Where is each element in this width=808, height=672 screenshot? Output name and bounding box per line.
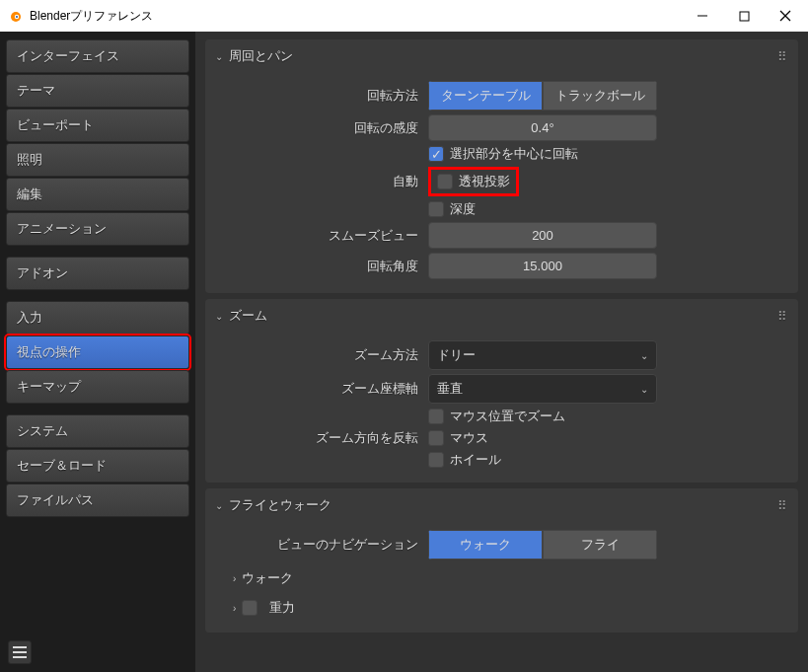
view-navigation-toggle[interactable]: ウォーク フライ: [428, 530, 657, 560]
minimize-button[interactable]: [688, 2, 717, 30]
rotate-sensitivity-label: 回転の感度: [215, 119, 428, 137]
panel-zoom: ⌄ ズーム ⠿ ズーム方法 ドリー ⌄ ズーム座標軸: [205, 299, 798, 483]
sidebar-item-input[interactable]: 入力: [6, 301, 189, 335]
zoom-axis-label: ズーム座標軸: [215, 380, 428, 398]
chevron-right-icon: ›: [233, 573, 236, 584]
sidebar-item-lighting[interactable]: 照明: [6, 143, 189, 177]
panel-fly-header[interactable]: ⌄ フライとウォーク ⠿: [205, 488, 798, 522]
sidebar-item-addons[interactable]: アドオン: [6, 257, 189, 290]
chevron-down-icon: ⌄: [215, 51, 223, 62]
panel-orbit-header[interactable]: ⌄ 周回とパン ⠿: [205, 39, 798, 73]
rotate-angle-label: 回転角度: [215, 258, 428, 275]
rotate-method-trackball[interactable]: トラックボール: [543, 81, 657, 111]
nav-walk-button[interactable]: ウォーク: [428, 530, 543, 560]
panel-title: 周回とパン: [229, 47, 293, 65]
sidebar-item-viewport[interactable]: ビューポート: [6, 109, 189, 142]
svg-rect-4: [740, 12, 749, 21]
rotate-method-turntable[interactable]: ターンテーブル: [428, 81, 543, 111]
rotate-sensitivity-field[interactable]: 0.4°: [428, 114, 657, 141]
smooth-view-field[interactable]: 200: [428, 222, 657, 249]
checkbox-icon: [428, 452, 444, 468]
sidebar-item-editing[interactable]: 編集: [6, 178, 189, 211]
zoom-method-select[interactable]: ドリー ⌄: [428, 340, 657, 370]
auto-perspective-checkbox[interactable]: 透視投影: [437, 173, 510, 190]
sidebar-item-filepath[interactable]: ファイルパス: [6, 484, 189, 517]
sidebar-item-navigate[interactable]: 視点の操作: [6, 336, 189, 369]
menu-button[interactable]: [8, 640, 32, 664]
close-button[interactable]: [771, 2, 800, 30]
checkbox-icon: [428, 409, 444, 424]
invert-wheel-label: ホイール: [450, 451, 501, 469]
chevron-down-icon: ⌄: [640, 384, 648, 395]
gravity-subpanel-title: 重力: [269, 599, 295, 617]
invert-mouse-label: マウス: [450, 429, 488, 447]
sidebar-item-interface[interactable]: インターフェイス: [6, 39, 189, 73]
zoom-mouse-pos-checkbox[interactable]: マウス位置でズーム: [428, 408, 565, 425]
sidebar-item-keymap[interactable]: キーマップ: [6, 370, 189, 404]
panel-fly-walk: ⌄ フライとウォーク ⠿ ビューのナビゲーション ウォーク フライ › ウ: [205, 488, 798, 633]
invert-mouse-checkbox[interactable]: マウス: [428, 429, 488, 447]
invert-wheel-checkbox[interactable]: ホイール: [428, 451, 501, 469]
sidebar-item-saveload[interactable]: セーブ＆ロード: [6, 449, 189, 483]
chevron-down-icon: ⌄: [215, 311, 223, 322]
zoom-method-label: ズーム方法: [215, 346, 428, 364]
drag-handle-icon[interactable]: ⠿: [777, 309, 788, 324]
checkbox-icon: [428, 430, 444, 446]
checkbox-icon: [428, 201, 444, 217]
chevron-down-icon: ⌄: [640, 350, 648, 361]
sidebar-item-animation[interactable]: アニメーション: [6, 212, 189, 246]
chevron-down-icon: ⌄: [215, 500, 223, 511]
auto-label: 自動: [215, 173, 428, 190]
panel-zoom-header[interactable]: ⌄ ズーム ⠿: [205, 299, 798, 333]
walk-subpanel-header[interactable]: › ウォーク: [215, 563, 788, 593]
smooth-view-label: スムーズビュー: [215, 227, 428, 245]
checkbox-icon: [437, 174, 453, 189]
drag-handle-icon[interactable]: ⠿: [777, 49, 788, 64]
drag-handle-icon[interactable]: ⠿: [777, 498, 788, 513]
rotate-method-label: 回転方法: [215, 87, 428, 105]
window-title: Blenderプリファレンス: [30, 8, 153, 25]
auto-depth-label: 深度: [450, 200, 476, 218]
nav-fly-button[interactable]: フライ: [543, 530, 657, 560]
panel-title: ズーム: [229, 307, 267, 325]
rotate-method-toggle[interactable]: ターンテーブル トラックボール: [428, 81, 657, 111]
rotate-angle-field[interactable]: 15.000: [428, 253, 657, 279]
svg-point-2: [16, 16, 18, 18]
panel-title: フライとウォーク: [229, 496, 331, 514]
walk-subpanel-title: ウォーク: [242, 569, 293, 587]
checkbox-icon: ✓: [428, 146, 444, 162]
zoom-mouse-pos-label: マウス位置でズーム: [450, 408, 565, 425]
view-navigation-label: ビューのナビゲーション: [215, 536, 428, 554]
gravity-subpanel-header[interactable]: › 重力: [215, 593, 788, 623]
chevron-right-icon: ›: [233, 603, 236, 614]
preferences-sidebar: インターフェイス テーマ ビューポート 照明 編集 アニメーション アドオン 入…: [0, 32, 195, 672]
auto-depth-checkbox[interactable]: 深度: [428, 200, 476, 218]
orbit-selection-label: 選択部分を中心に回転: [450, 145, 578, 163]
invert-zoom-label: ズーム方向を反転: [215, 429, 428, 447]
preferences-content: ⌄ 周回とパン ⠿ 回転方法 ターンテーブル トラックボール 回転の感度: [195, 32, 808, 672]
gravity-checkbox[interactable]: [242, 600, 257, 616]
sidebar-item-theme[interactable]: テーマ: [6, 74, 189, 108]
blender-logo-icon: [8, 8, 24, 24]
auto-perspective-label: 透視投影: [459, 173, 510, 190]
window-titlebar: Blenderプリファレンス: [0, 0, 808, 32]
maximize-button[interactable]: [729, 2, 759, 30]
orbit-selection-checkbox[interactable]: ✓ 選択部分を中心に回転: [428, 145, 578, 163]
zoom-axis-select[interactable]: 垂直 ⌄: [428, 374, 657, 404]
sidebar-item-system[interactable]: システム: [6, 414, 189, 448]
panel-orbit-pan: ⌄ 周回とパン ⠿ 回転方法 ターンテーブル トラックボール 回転の感度: [205, 39, 798, 293]
